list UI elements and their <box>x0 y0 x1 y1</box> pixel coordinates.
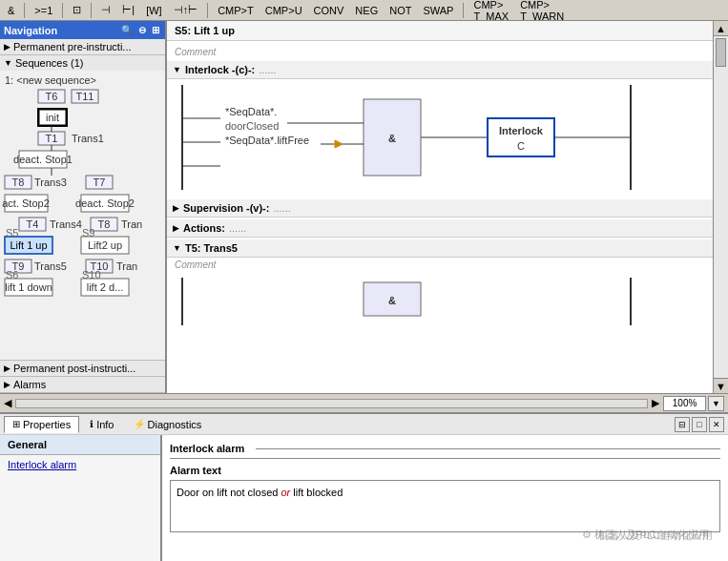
nav-tree[interactable]: 1: <new sequence> T6 T11 init T1 <box>0 71 165 360</box>
interlock-section-title[interactable]: ▼ Interlock -(c)-: ...... <box>167 61 713 79</box>
main-toolbar: & >=1 ⊡ ⊣ ⊢| [W] ⊣↑⊢ CMP>T CMP>U CONV NE… <box>0 0 728 21</box>
scrollbar-thumb[interactable] <box>716 38 726 67</box>
svg-text:Tran: Tran <box>116 260 137 272</box>
toolbar-neg[interactable]: NEG <box>351 3 382 18</box>
toolbar-nc[interactable]: ⊣ <box>97 2 114 18</box>
zoom-dropdown-btn[interactable]: ▼ <box>708 396 724 411</box>
nav-section-alarms-label: Alarms <box>13 379 46 390</box>
toolbar-xor[interactable]: ⊡ <box>69 2 85 18</box>
interlock-alarm-item[interactable]: Interlock alarm <box>0 455 160 474</box>
nav-section-postinstr-header[interactable]: ▶ Permanent post-instructi... <box>0 361 165 376</box>
toolbar-conv[interactable]: CONV <box>310 3 348 18</box>
toolbar-separator-2 <box>62 3 63 18</box>
svg-text:Interlock: Interlock <box>499 125 544 136</box>
nav-settings-icon[interactable]: ⊞ <box>150 25 161 35</box>
trans5-arrow-icon: ▼ <box>173 243 181 253</box>
zoom-input[interactable]: 100% <box>663 396 706 411</box>
svg-text:T11: T11 <box>76 91 94 102</box>
nav-sfc-diagram: 1: <new sequence> T6 T11 init T1 <box>0 73 157 330</box>
nav-section-preinstr-label: Permanent pre-instructi... <box>13 41 132 52</box>
trans5-comment: Comment <box>167 258 713 272</box>
alarm-text-content: Door on lift not closed or lift blocked <box>177 487 343 498</box>
tab-info-label: Info <box>96 419 114 430</box>
scrollbar-down-btn[interactable]: ▼ <box>714 378 728 393</box>
diagram-scroll[interactable]: Comment ▼ Interlock -(c)-: ...... <box>167 41 713 393</box>
toolbar-no[interactable]: ⊢| <box>118 2 138 18</box>
toolbar-pulse[interactable]: ⊣↑⊢ <box>170 2 202 18</box>
toolbar-swap[interactable]: SWAP <box>419 3 457 18</box>
interlock-dots: ...... <box>259 64 276 75</box>
props-maximize-btn[interactable]: □ <box>692 417 707 432</box>
trans5-section-title[interactable]: ▼ T5: Trans5 <box>167 239 713 258</box>
nav-section-alarms-header[interactable]: ▶ Alarms <box>0 377 165 392</box>
tab-diagnostics[interactable]: ⚡ Diagnostics <box>125 416 211 433</box>
nav-section-preinstr-header[interactable]: ▶ Permanent pre-instructi... <box>0 39 165 54</box>
svg-text:init: init <box>46 112 59 123</box>
nav-section-sequences-header[interactable]: ▼ Sequences (1) <box>0 55 165 71</box>
svg-text:Trans1: Trans1 <box>72 133 104 144</box>
supervision-section-title[interactable]: ▶ Supervision -(v)-: ...... <box>167 199 713 218</box>
svg-text:T1: T1 <box>46 133 58 144</box>
svg-text:Lift2 up: Lift2 up <box>88 239 122 251</box>
toolbar-separator-1 <box>24 3 25 18</box>
alarm-title-line <box>256 448 720 449</box>
svg-text:T8: T8 <box>98 218 111 230</box>
scroll-right-btn[interactable]: ▶ <box>652 397 659 409</box>
status-scroll-bar <box>15 399 648 408</box>
nav-section-alarms: ▶ Alarms <box>0 377 165 393</box>
svg-text:deact. Stop2: deact. Stop2 <box>75 197 135 209</box>
tab-properties[interactable]: ⊞ Properties <box>4 416 79 433</box>
props-minimize-btn[interactable]: ⊟ <box>675 417 690 432</box>
scroll-left-btn[interactable]: ◀ <box>4 397 11 409</box>
toolbar-not[interactable]: NOT <box>385 3 415 18</box>
step-header: S5: Lift 1 up <box>167 21 713 41</box>
bottom-right-panel: Interlock alarm Alarm text Door on lift … <box>162 435 728 561</box>
toolbar-cmpt[interactable]: CMP>T <box>214 3 258 18</box>
svg-text:1: <new sequence>: 1: <new sequence> <box>5 74 96 86</box>
svg-text:*SeqData*.: *SeqData*. <box>225 106 277 117</box>
svg-text:S9: S9 <box>82 227 94 239</box>
svg-text:S5: S5 <box>6 227 18 239</box>
step-label: S5: Lift 1 up <box>175 25 235 36</box>
nav-zoom-in-icon[interactable]: 🔍 <box>119 25 135 35</box>
general-tab[interactable]: General <box>0 435 160 455</box>
scrollbar-up-btn[interactable]: ▲ <box>714 21 728 36</box>
trans5-content: & <box>167 272 713 333</box>
svg-text:*SeqData*.liftFree: *SeqData*.liftFree <box>225 135 309 146</box>
toolbar-and[interactable]: & <box>4 3 18 18</box>
svg-text:T4: T4 <box>27 218 39 230</box>
diagram-area: S5: Lift 1 up Comment ▼ Interlock -(c)-:… <box>167 21 713 393</box>
toolbar-gte1[interactable]: >=1 <box>31 3 56 18</box>
nav-section-preinstr-arrow: ▶ <box>4 42 10 52</box>
alarm-text-box[interactable]: Door on lift not closed or lift blocked <box>170 480 720 532</box>
nav-section-preinstr: ▶ Permanent pre-instructi... <box>0 39 165 55</box>
toolbar-cmpu[interactable]: CMP>U <box>261 3 306 18</box>
toolbar-separator-3 <box>91 3 92 18</box>
interlock-arrow-icon: ▼ <box>173 65 181 74</box>
svg-text:&: & <box>388 295 396 306</box>
svg-text:act. Stop2: act. Stop2 <box>2 197 50 209</box>
info-icon: ℹ <box>90 419 94 429</box>
svg-text:Trans4: Trans4 <box>50 218 82 230</box>
svg-text:T6: T6 <box>46 91 58 102</box>
toolbar-cmptwarn[interactable]: CMP>T_WARN <box>516 0 568 24</box>
supervision-dots: ...... <box>273 202 290 214</box>
svg-text:deact. Stop1: deact. Stop1 <box>13 154 73 165</box>
supervision-arrow-icon: ▶ <box>173 203 179 213</box>
toolbar-cmptmax[interactable]: CMP>T_MAX <box>469 0 512 24</box>
props-close-btn[interactable]: ✕ <box>709 417 724 432</box>
nav-section-postinstr: ▶ Permanent post-instructi... <box>0 361 165 377</box>
toolbar-w[interactable]: [W] <box>142 3 166 18</box>
tab-info[interactable]: ℹ Info <box>81 416 122 433</box>
right-scrollbar[interactable]: ▲ ▼ <box>713 21 728 393</box>
svg-text:Trans3: Trans3 <box>34 177 67 188</box>
nav-zoom-out-icon[interactable]: ⊖ <box>136 25 148 35</box>
actions-section-title[interactable]: ▶ Actions: ...... <box>167 219 713 238</box>
trans5-logic-diagram: & <box>173 278 669 325</box>
properties-bar: ⊞ Properties ℹ Info ⚡ Diagnostics ⊟ □ ✕ <box>0 412 728 435</box>
tab-properties-label: Properties <box>23 419 71 430</box>
svg-text:Tran: Tran <box>121 218 142 230</box>
diagnostics-icon: ⚡ <box>134 419 145 429</box>
toolbar-separator-5 <box>463 3 464 18</box>
main-layout: Navigation 🔍 ⊖ ⊞ ▶ Permanent pre-instruc… <box>0 21 728 393</box>
